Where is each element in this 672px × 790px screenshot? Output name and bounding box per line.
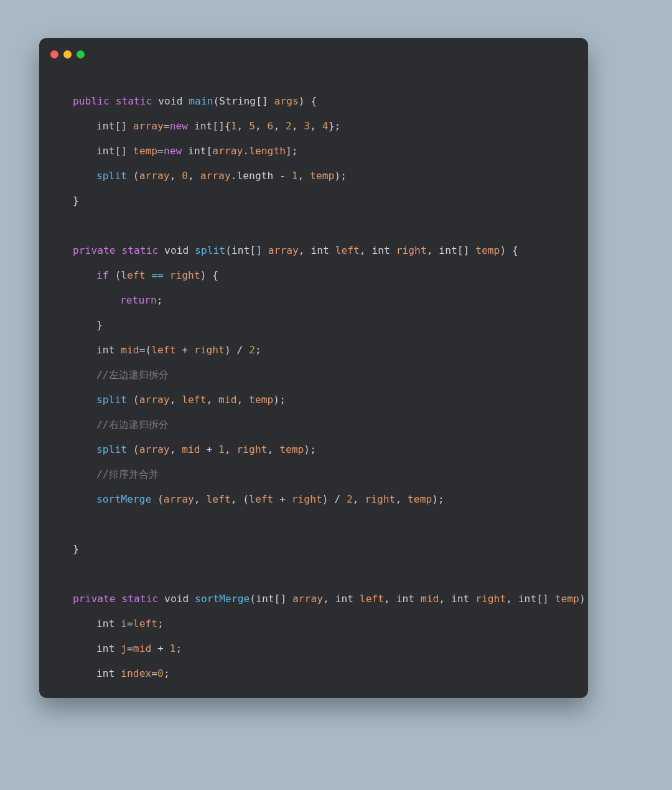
kw-private: private bbox=[73, 593, 116, 605]
id-right: right bbox=[396, 244, 427, 256]
kw-new: new bbox=[164, 145, 182, 157]
num: 2 bbox=[286, 120, 292, 132]
id-length: length bbox=[237, 170, 274, 182]
kw-if: if bbox=[96, 269, 109, 281]
id-args: args bbox=[274, 95, 299, 107]
id-j: j bbox=[121, 643, 127, 654]
num: 2 bbox=[249, 344, 255, 356]
fn-split: split bbox=[195, 244, 225, 256]
type-int2: int bbox=[194, 120, 212, 132]
type-int: int bbox=[335, 593, 353, 605]
kw-static: static bbox=[121, 593, 158, 605]
id-left: left bbox=[360, 593, 384, 605]
kw-void: void bbox=[158, 95, 182, 107]
num: 5 bbox=[249, 120, 255, 132]
type-int: int bbox=[518, 593, 536, 605]
type-int: int bbox=[96, 618, 114, 630]
num: 3 bbox=[304, 120, 310, 132]
id-left: left bbox=[121, 269, 145, 281]
id-temp: temp bbox=[279, 444, 304, 455]
close-icon[interactable] bbox=[50, 50, 58, 58]
id-right: right bbox=[292, 493, 322, 505]
fn-split: split bbox=[96, 170, 127, 182]
kw-void: void bbox=[164, 593, 189, 605]
kw-public: public bbox=[73, 95, 110, 107]
kw-new: new bbox=[170, 120, 188, 132]
type-int: int bbox=[371, 244, 390, 256]
num: 0 bbox=[157, 667, 164, 679]
type-int: int bbox=[96, 120, 114, 132]
id-left: left bbox=[206, 493, 230, 505]
num: 1 bbox=[292, 170, 298, 182]
id-mid: mid bbox=[133, 643, 151, 654]
id-array: array bbox=[139, 444, 170, 455]
id-array: array bbox=[164, 493, 194, 505]
id-right: right bbox=[237, 444, 268, 455]
id-left: left bbox=[249, 493, 273, 505]
id-temp: temp bbox=[249, 394, 273, 406]
num: 0 bbox=[182, 170, 188, 182]
minimize-icon[interactable] bbox=[63, 50, 72, 58]
num: 1 bbox=[218, 444, 225, 455]
type-int: int bbox=[256, 593, 274, 605]
id-right: right bbox=[170, 269, 200, 281]
window-controls bbox=[50, 50, 85, 58]
zoom-icon[interactable] bbox=[77, 50, 85, 58]
id-temp: temp bbox=[133, 145, 157, 157]
type-int: int bbox=[231, 244, 250, 256]
num: 4 bbox=[322, 120, 329, 132]
type-int: int bbox=[96, 145, 114, 157]
id-array: array bbox=[200, 170, 231, 182]
id-right: right bbox=[365, 493, 395, 505]
comment: //右边递归拆分 bbox=[96, 419, 169, 430]
num: 2 bbox=[347, 493, 353, 505]
type-int: int bbox=[96, 344, 114, 356]
type-int: int bbox=[96, 667, 114, 679]
kw-void: void bbox=[164, 244, 189, 256]
fn-split: split bbox=[96, 394, 127, 406]
kw-static: static bbox=[121, 244, 158, 256]
id-index: index bbox=[121, 667, 151, 679]
id-temp: temp bbox=[475, 244, 500, 256]
fn-split: split bbox=[96, 444, 127, 455]
type-int: int bbox=[310, 244, 329, 256]
fn-sortmerge: sortMerge bbox=[195, 593, 250, 605]
code-card: public static void main(String[] args) {… bbox=[39, 38, 588, 698]
id-array: array bbox=[139, 170, 170, 182]
id-mid: mid bbox=[182, 444, 200, 455]
id-mid: mid bbox=[121, 344, 139, 356]
id-mid: mid bbox=[421, 593, 439, 605]
type-int: int bbox=[396, 593, 414, 605]
id-array: array bbox=[212, 145, 243, 157]
num: 1 bbox=[231, 120, 237, 132]
type-int: int bbox=[188, 145, 206, 157]
id-length: length bbox=[249, 145, 286, 157]
type-int: int bbox=[96, 643, 114, 654]
kw-return: return bbox=[120, 294, 157, 306]
id-array: array bbox=[139, 394, 170, 406]
fn-main: main bbox=[189, 95, 213, 107]
fn-sortmerge: sortMerge bbox=[96, 493, 151, 505]
comment: //左边递归拆分 bbox=[96, 369, 169, 381]
id-left: left bbox=[133, 618, 157, 630]
type-int: int bbox=[451, 593, 469, 605]
id-array: array bbox=[133, 120, 164, 132]
num: 6 bbox=[268, 120, 274, 132]
id-array: array bbox=[292, 593, 323, 605]
id-left: left bbox=[182, 394, 206, 406]
type-int: int bbox=[439, 244, 457, 256]
id-mid: mid bbox=[218, 394, 236, 406]
comment: //排序并合并 bbox=[96, 468, 159, 480]
id-temp: temp bbox=[408, 493, 432, 505]
id-left: left bbox=[151, 344, 175, 356]
id-temp: temp bbox=[555, 593, 579, 605]
kw-private: private bbox=[73, 244, 116, 256]
type-string: String bbox=[219, 95, 256, 107]
id-array: array bbox=[268, 244, 299, 256]
id-right: right bbox=[475, 593, 506, 605]
id-left: left bbox=[335, 244, 360, 256]
kw-static: static bbox=[116, 95, 152, 107]
id-i: i bbox=[121, 618, 127, 630]
id-temp: temp bbox=[310, 170, 334, 182]
code-block: public static void main(String[] args) {… bbox=[52, 70, 588, 698]
